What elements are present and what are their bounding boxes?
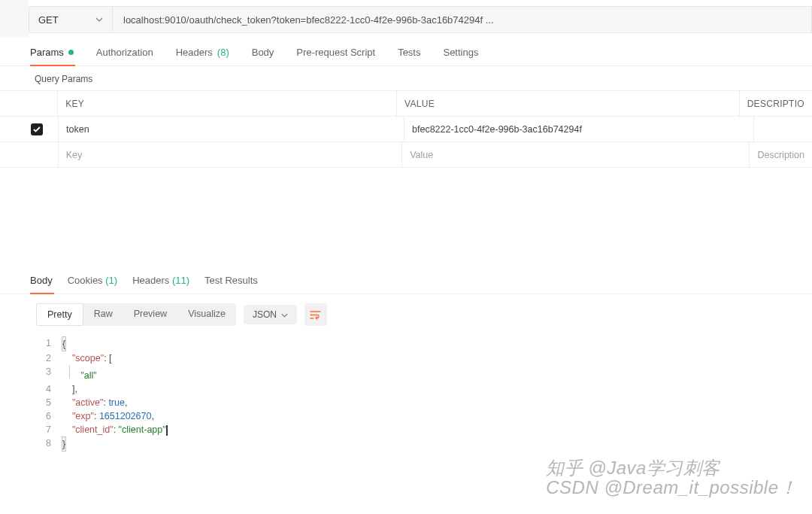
resp-headers-count: (11) <box>172 275 189 286</box>
placeholder-desc[interactable]: Description <box>750 142 812 167</box>
json-string: "client-app" <box>119 424 166 435</box>
tab-headers[interactable]: Headers (8) <box>176 47 231 65</box>
request-tabs: Params Authorization Headers (8) Body Pr… <box>0 39 812 66</box>
dot-indicator-icon <box>68 50 74 55</box>
format-select[interactable]: JSON <box>244 305 297 324</box>
text-cursor <box>166 425 168 436</box>
json-number: 1651202670 <box>99 411 152 421</box>
gutter-spacer <box>0 0 29 38</box>
header-check-cell <box>0 91 58 116</box>
line-number: 1 <box>36 336 62 351</box>
tab-params-label: Params <box>30 47 64 58</box>
header-key: KEY <box>58 91 397 116</box>
param-desc[interactable] <box>754 117 812 141</box>
tab-prerequest[interactable]: Pre-request Script <box>296 47 377 65</box>
line-number: 6 <box>36 409 62 423</box>
params-header-row: KEY VALUE DESCRIPTIO <box>0 91 812 117</box>
tab-params[interactable]: Params <box>30 47 75 65</box>
headers-count: (8) <box>217 47 229 58</box>
response-body[interactable]: 1{ 2 "scope": [ 3 "all" 4 ], 5 "active":… <box>0 333 812 452</box>
chevron-down-icon <box>281 309 288 320</box>
tab-settings[interactable]: Settings <box>443 47 480 65</box>
watermark: 知乎 @Java学习刺客 CSDN @Dream_it_possible！ <box>546 458 797 497</box>
resp-tab-cookies[interactable]: Cookies (1) <box>68 275 119 293</box>
line-number: 3 <box>36 365 62 382</box>
method-select[interactable]: GET <box>29 6 113 33</box>
line-number: 8 <box>36 436 62 452</box>
tab-body[interactable]: Body <box>252 47 276 65</box>
json-string: "all" <box>80 370 96 381</box>
subtab-raw[interactable]: Raw <box>83 303 123 326</box>
json-key: "active" <box>72 397 104 408</box>
watermark-line2: CSDN @Dream_it_possible！ <box>546 478 797 497</box>
json-key: "scope" <box>72 353 104 363</box>
response-toolbar: Pretty Raw Preview Visualize JSON <box>0 294 812 333</box>
method-label: GET <box>38 14 59 26</box>
watermark-line1: 知乎 @Java学习刺客 <box>546 458 797 478</box>
line-number: 7 <box>36 423 62 436</box>
resp-headers-label: Headers <box>132 275 169 286</box>
request-bar: GET localhost:9010/oauth/check_token?tok… <box>0 0 812 39</box>
json-bool: true <box>108 397 125 408</box>
subtab-pretty[interactable]: Pretty <box>36 303 83 326</box>
placeholder-value[interactable]: Value <box>402 142 750 167</box>
table-row[interactable]: token bfec8222-1cc0-4f2e-996b-3ac16b7429… <box>0 117 812 142</box>
line-number: 4 <box>36 382 62 396</box>
param-key[interactable]: token <box>59 117 404 141</box>
tab-tests[interactable]: Tests <box>398 47 422 65</box>
line-number: 5 <box>36 396 62 409</box>
section-query-params: Query Params <box>0 66 812 90</box>
resp-tab-body[interactable]: Body <box>30 275 54 293</box>
resp-tab-test-results[interactable]: Test Results <box>205 275 259 293</box>
view-subtabs: Pretty Raw Preview Visualize <box>36 303 236 326</box>
cookies-count: (1) <box>105 275 117 286</box>
row-checkbox-cell[interactable] <box>0 117 59 141</box>
tab-authorization[interactable]: Authorization <box>96 47 155 65</box>
url-input[interactable]: localhost:9010/oauth/check_token?token=b… <box>113 6 812 33</box>
json-key: "exp" <box>72 411 94 421</box>
tab-headers-label: Headers <box>176 47 213 58</box>
checkbox-checked-icon[interactable] <box>31 123 43 135</box>
table-row-placeholder[interactable]: Key Value Description <box>0 142 812 168</box>
format-label: JSON <box>253 309 277 320</box>
response-tabs: Body Cookies (1) Headers (11) Test Resul… <box>0 266 812 294</box>
subtab-visualize[interactable]: Visualize <box>177 303 236 326</box>
wrap-icon[interactable] <box>304 303 327 326</box>
subtab-preview[interactable]: Preview <box>123 303 177 326</box>
resp-cookies-label: Cookies <box>68 275 103 286</box>
header-desc: DESCRIPTIO <box>740 91 812 116</box>
params-table: KEY VALUE DESCRIPTIO token bfec8222-1cc0… <box>0 90 812 168</box>
line-number: 2 <box>36 351 62 365</box>
chevron-down-icon <box>95 17 103 22</box>
resp-tab-headers[interactable]: Headers (11) <box>132 275 191 293</box>
placeholder-key[interactable]: Key <box>59 142 402 167</box>
placeholder-check <box>0 142 59 167</box>
param-value[interactable]: bfec8222-1cc0-4f2e-996b-3ac16b74294f <box>404 117 754 141</box>
json-key: "client_id" <box>72 424 114 435</box>
url-text: localhost:9010/oauth/check_token?token=b… <box>123 14 494 26</box>
header-value: VALUE <box>397 91 740 116</box>
